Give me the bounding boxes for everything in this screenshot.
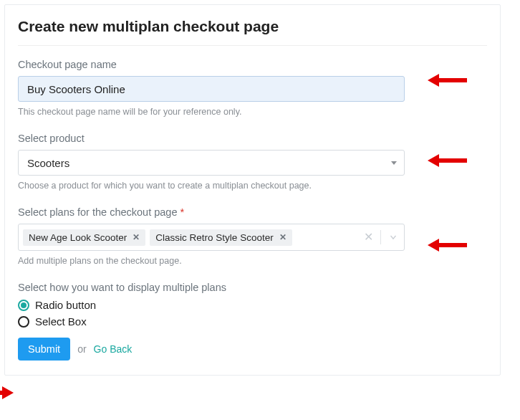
helper-text: This checkout page name will be for your… — [18, 107, 487, 117]
field-label: Select plans for the checkout page * — [18, 206, 487, 218]
field-select-plans: Select plans for the checkout page * New… — [18, 206, 487, 266]
form-card: Create new multiplan checkout page Check… — [4, 4, 501, 376]
helper-text: Choose a product for which you want to c… — [18, 181, 487, 191]
multiselect-controls: ✕ — [364, 224, 398, 250]
field-label: Checkout page name — [18, 59, 487, 70]
annotation-arrow-icon — [0, 388, 14, 398]
field-label: Select product — [18, 133, 487, 144]
radio-icon — [18, 300, 29, 311]
field-label: Select how you want to display multiple … — [18, 282, 487, 293]
caret-down-icon — [391, 161, 397, 165]
radio-option-select-box[interactable]: Select Box — [18, 315, 487, 328]
remove-tag-icon[interactable]: ✕ — [131, 232, 141, 242]
plans-multiselect[interactable]: New Age Look Scooter ✕ Classic Retro Sty… — [18, 224, 405, 251]
separator — [380, 230, 381, 244]
clear-all-icon[interactable]: ✕ — [364, 232, 373, 243]
form-actions: Submit or Go Back — [18, 338, 487, 361]
remove-tag-icon[interactable]: ✕ — [278, 232, 288, 242]
checkout-name-input[interactable] — [18, 76, 405, 102]
product-select-value: Scooters — [27, 157, 69, 169]
plan-tag-label: Classic Retro Style Scooter — [155, 232, 273, 243]
helper-text: Add multiple plans on the checkout page. — [18, 256, 487, 266]
page-title: Create new multiplan checkout page — [18, 18, 487, 35]
chevron-down-icon[interactable] — [388, 232, 398, 242]
plan-tag: Classic Retro Style Scooter ✕ — [150, 229, 292, 246]
divider — [18, 45, 487, 46]
plan-tag: New Age Look Scooter ✕ — [23, 229, 145, 246]
field-checkout-name: Checkout page name This checkout page na… — [18, 59, 487, 117]
radio-label: Select Box — [35, 315, 87, 328]
plan-tag-label: New Age Look Scooter — [29, 232, 127, 243]
go-back-link[interactable]: Go Back — [94, 343, 133, 355]
radio-group: Radio button Select Box — [18, 299, 487, 328]
radio-icon — [18, 316, 29, 328]
or-text: or — [77, 343, 86, 355]
radio-option-radio-button[interactable]: Radio button — [18, 299, 487, 311]
product-select[interactable]: Scooters — [18, 150, 405, 176]
submit-button[interactable]: Submit — [18, 338, 70, 361]
radio-label: Radio button — [35, 299, 96, 311]
required-marker: * — [180, 206, 185, 218]
field-select-product: Select product Scooters Choose a product… — [18, 133, 487, 191]
field-display-style: Select how you want to display multiple … — [18, 282, 487, 328]
